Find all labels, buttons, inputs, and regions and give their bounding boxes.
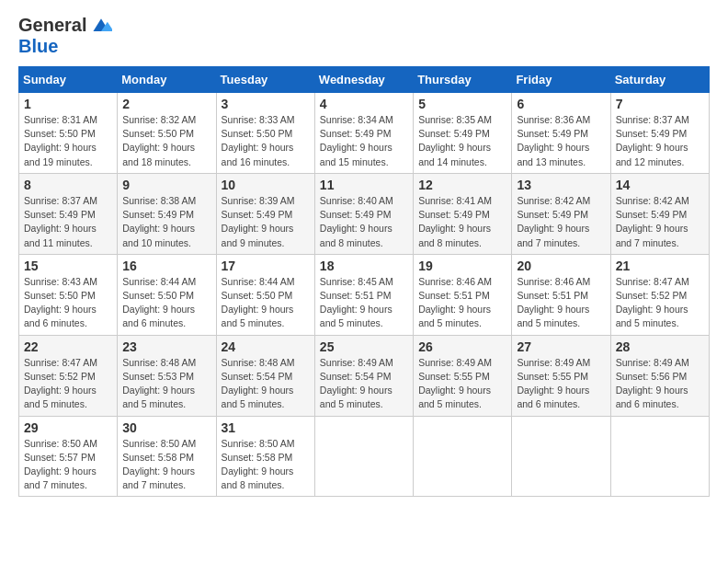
day-cell: 14 Sunrise: 8:42 AMSunset: 5:49 PMDaylig… [610, 173, 709, 254]
weekday-header-row: SundayMondayTuesdayWednesdayThursdayFrid… [19, 67, 710, 93]
day-cell: 16 Sunrise: 8:44 AMSunset: 5:50 PMDaylig… [118, 254, 216, 335]
day-detail: Sunrise: 8:40 AMSunset: 5:49 PMDaylight:… [320, 195, 393, 248]
day-detail: Sunrise: 8:35 AMSunset: 5:49 PMDaylight:… [418, 114, 492, 167]
day-cell: 18 Sunrise: 8:45 AMSunset: 5:51 PMDaylig… [314, 254, 413, 335]
day-detail: Sunrise: 8:31 AMSunset: 5:50 PMDaylight:… [24, 114, 97, 167]
day-detail: Sunrise: 8:49 AMSunset: 5:55 PMDaylight:… [517, 357, 590, 410]
day-cell [512, 416, 610, 497]
logo-general-text: General [18, 15, 86, 36]
day-detail: Sunrise: 8:50 AMSunset: 5:58 PMDaylight:… [122, 438, 196, 491]
weekday-header-saturday: Saturday [610, 67, 709, 93]
day-cell: 25 Sunrise: 8:49 AMSunset: 5:54 PMDaylig… [314, 335, 413, 416]
day-detail: Sunrise: 8:46 AMSunset: 5:51 PMDaylight:… [517, 276, 590, 329]
day-detail: Sunrise: 8:42 AMSunset: 5:49 PMDaylight:… [616, 195, 689, 248]
day-cell: 24 Sunrise: 8:48 AMSunset: 5:54 PMDaylig… [216, 335, 314, 416]
day-cell: 22 Sunrise: 8:47 AMSunset: 5:52 PMDaylig… [19, 335, 118, 416]
day-number: 12 [418, 178, 506, 192]
day-detail: Sunrise: 8:44 AMSunset: 5:50 PMDaylight:… [122, 276, 196, 329]
day-detail: Sunrise: 8:42 AMSunset: 5:49 PMDaylight:… [517, 195, 590, 248]
day-detail: Sunrise: 8:41 AMSunset: 5:49 PMDaylight:… [418, 195, 492, 248]
day-detail: Sunrise: 8:38 AMSunset: 5:49 PMDaylight:… [122, 195, 196, 248]
day-number: 28 [616, 339, 704, 354]
day-cell: 7 Sunrise: 8:37 AMSunset: 5:49 PMDayligh… [610, 93, 709, 174]
week-row-4: 22 Sunrise: 8:47 AMSunset: 5:52 PMDaylig… [19, 335, 710, 416]
day-detail: Sunrise: 8:46 AMSunset: 5:51 PMDaylight:… [418, 276, 492, 329]
day-number: 15 [24, 259, 112, 273]
day-detail: Sunrise: 8:44 AMSunset: 5:50 PMDaylight:… [222, 276, 295, 329]
day-detail: Sunrise: 8:43 AMSunset: 5:50 PMDaylight:… [24, 276, 97, 329]
logo: General Blue [18, 15, 112, 57]
day-cell: 26 Sunrise: 8:49 AMSunset: 5:55 PMDaylig… [414, 335, 512, 416]
day-detail: Sunrise: 8:32 AMSunset: 5:50 PMDaylight:… [122, 114, 196, 167]
day-number: 30 [122, 420, 210, 435]
day-number: 26 [418, 339, 506, 354]
day-number: 4 [320, 97, 408, 111]
weekday-header-friday: Friday [512, 67, 610, 93]
day-number: 6 [517, 97, 605, 111]
calendar-table: SundayMondayTuesdayWednesdayThursdayFrid… [18, 66, 710, 497]
day-detail: Sunrise: 8:49 AMSunset: 5:56 PMDaylight:… [616, 357, 689, 410]
week-row-5: 29 Sunrise: 8:50 AMSunset: 5:57 PMDaylig… [19, 416, 710, 497]
day-cell: 17 Sunrise: 8:44 AMSunset: 5:50 PMDaylig… [216, 254, 314, 335]
day-cell: 11 Sunrise: 8:40 AMSunset: 5:49 PMDaylig… [314, 173, 413, 254]
day-number: 16 [122, 259, 210, 273]
day-cell: 6 Sunrise: 8:36 AMSunset: 5:49 PMDayligh… [512, 93, 610, 174]
day-number: 17 [222, 259, 310, 273]
day-detail: Sunrise: 8:50 AMSunset: 5:58 PMDaylight:… [222, 438, 295, 491]
week-row-2: 8 Sunrise: 8:37 AMSunset: 5:49 PMDayligh… [19, 173, 710, 254]
logo-blue-text: Blue [18, 36, 58, 57]
day-cell: 21 Sunrise: 8:47 AMSunset: 5:52 PMDaylig… [610, 254, 709, 335]
day-cell: 20 Sunrise: 8:46 AMSunset: 5:51 PMDaylig… [512, 254, 610, 335]
day-cell [610, 416, 709, 497]
day-cell: 29 Sunrise: 8:50 AMSunset: 5:57 PMDaylig… [19, 416, 118, 497]
day-cell: 23 Sunrise: 8:48 AMSunset: 5:53 PMDaylig… [118, 335, 216, 416]
day-detail: Sunrise: 8:48 AMSunset: 5:53 PMDaylight:… [122, 357, 196, 410]
day-detail: Sunrise: 8:39 AMSunset: 5:49 PMDaylight:… [222, 195, 295, 248]
day-number: 10 [222, 178, 310, 192]
day-detail: Sunrise: 8:36 AMSunset: 5:49 PMDaylight:… [517, 114, 590, 167]
day-cell: 28 Sunrise: 8:49 AMSunset: 5:56 PMDaylig… [610, 335, 709, 416]
day-detail: Sunrise: 8:47 AMSunset: 5:52 PMDaylight:… [24, 357, 97, 410]
day-detail: Sunrise: 8:37 AMSunset: 5:49 PMDaylight:… [24, 195, 97, 248]
day-number: 31 [222, 420, 310, 435]
day-cell: 8 Sunrise: 8:37 AMSunset: 5:49 PMDayligh… [19, 173, 118, 254]
day-number: 25 [320, 339, 408, 354]
day-cell: 5 Sunrise: 8:35 AMSunset: 5:49 PMDayligh… [414, 93, 512, 174]
day-detail: Sunrise: 8:37 AMSunset: 5:49 PMDaylight:… [616, 114, 689, 167]
day-number: 5 [418, 97, 506, 111]
day-cell [314, 416, 413, 497]
day-cell: 3 Sunrise: 8:33 AMSunset: 5:50 PMDayligh… [216, 93, 314, 174]
day-number: 29 [24, 420, 112, 435]
day-number: 21 [616, 259, 704, 273]
day-cell: 15 Sunrise: 8:43 AMSunset: 5:50 PMDaylig… [19, 254, 118, 335]
day-number: 24 [222, 339, 310, 354]
day-number: 3 [222, 97, 310, 111]
day-cell: 30 Sunrise: 8:50 AMSunset: 5:58 PMDaylig… [118, 416, 216, 497]
day-detail: Sunrise: 8:45 AMSunset: 5:51 PMDaylight:… [320, 276, 393, 329]
day-cell: 9 Sunrise: 8:38 AMSunset: 5:49 PMDayligh… [118, 173, 216, 254]
day-number: 1 [24, 97, 112, 111]
day-number: 20 [517, 259, 605, 273]
day-cell: 19 Sunrise: 8:46 AMSunset: 5:51 PMDaylig… [414, 254, 512, 335]
header: General Blue [18, 15, 710, 57]
day-detail: Sunrise: 8:48 AMSunset: 5:54 PMDaylight:… [222, 357, 295, 410]
day-cell: 10 Sunrise: 8:39 AMSunset: 5:49 PMDaylig… [216, 173, 314, 254]
day-detail: Sunrise: 8:47 AMSunset: 5:52 PMDaylight:… [616, 276, 689, 329]
day-detail: Sunrise: 8:50 AMSunset: 5:57 PMDaylight:… [24, 438, 97, 491]
day-cell: 31 Sunrise: 8:50 AMSunset: 5:58 PMDaylig… [216, 416, 314, 497]
day-number: 8 [24, 178, 112, 192]
day-number: 14 [616, 178, 704, 192]
day-cell: 13 Sunrise: 8:42 AMSunset: 5:49 PMDaylig… [512, 173, 610, 254]
day-number: 2 [122, 97, 210, 111]
day-detail: Sunrise: 8:33 AMSunset: 5:50 PMDaylight:… [222, 114, 295, 167]
day-number: 18 [320, 259, 408, 273]
week-row-3: 15 Sunrise: 8:43 AMSunset: 5:50 PMDaylig… [19, 254, 710, 335]
day-number: 7 [616, 97, 704, 111]
weekday-header-thursday: Thursday [414, 67, 512, 93]
day-cell: 2 Sunrise: 8:32 AMSunset: 5:50 PMDayligh… [118, 93, 216, 174]
day-detail: Sunrise: 8:49 AMSunset: 5:55 PMDaylight:… [418, 357, 492, 410]
day-cell [414, 416, 512, 497]
day-cell: 4 Sunrise: 8:34 AMSunset: 5:49 PMDayligh… [314, 93, 413, 174]
day-number: 22 [24, 339, 112, 354]
weekday-header-tuesday: Tuesday [216, 67, 314, 93]
